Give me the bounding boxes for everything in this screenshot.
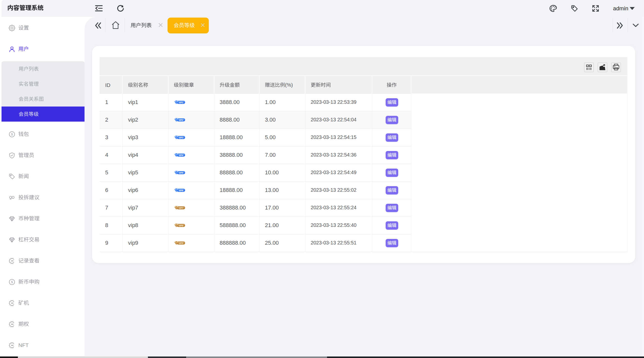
svg-text:$: $	[11, 280, 13, 284]
svg-text:VIP6: VIP6	[179, 189, 183, 192]
svg-text:VIP8: VIP8	[179, 225, 183, 227]
svg-text:VIP4: VIP4	[179, 154, 183, 157]
svg-text:VIP5: VIP5	[179, 172, 183, 174]
svg-text:VIP9: VIP9	[179, 242, 183, 244]
svg-text:VIP1: VIP1	[179, 101, 183, 104]
svg-text:$: $	[11, 132, 13, 136]
svg-text:VIP3: VIP3	[179, 137, 183, 139]
svg-text:VIP2: VIP2	[179, 119, 183, 121]
svg-text:VIP7: VIP7	[179, 207, 183, 209]
